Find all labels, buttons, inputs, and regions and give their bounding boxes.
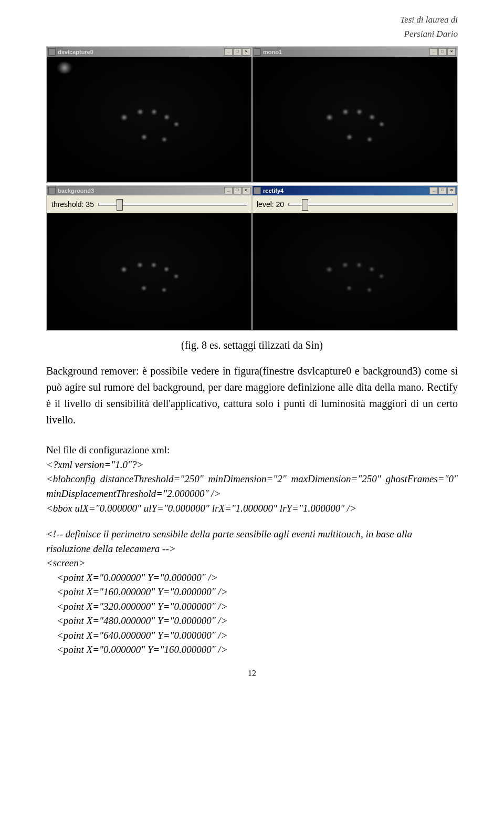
level-slider[interactable] xyxy=(288,203,453,206)
header-line2: Persiani Dario xyxy=(46,27,458,41)
window-icon xyxy=(48,187,56,194)
window-background3: background3 _ □ × threshold: 35 xyxy=(47,186,251,330)
xml-screen-open: <screen> xyxy=(46,556,458,570)
image-area xyxy=(253,213,457,330)
close-button[interactable]: × xyxy=(447,187,456,194)
title-text: rectify4 xyxy=(263,188,429,194)
window-icon xyxy=(48,48,56,56)
window-icon xyxy=(254,48,261,56)
close-button[interactable]: × xyxy=(242,187,250,194)
figure-caption: (fig. 8 es. settaggi tilizzati da Sin) xyxy=(46,339,458,351)
level-label: level: 20 xyxy=(257,200,284,209)
xml-config-block: Nel file di configurazione xml: <?xml ve… xyxy=(46,443,458,657)
image-area xyxy=(253,57,457,182)
xml-bbox: <bbox ulX="0.000000" ulY="0.000000" lrX=… xyxy=(46,501,458,516)
slider-thumb[interactable] xyxy=(302,199,308,211)
xml-point-4: <point X="640.000000" Y="0.000000" /> xyxy=(46,628,458,643)
slider-thumb[interactable] xyxy=(117,199,123,211)
image-area xyxy=(47,57,251,182)
maximize-button[interactable]: □ xyxy=(438,187,447,194)
titlebar-background3[interactable]: background3 _ □ × xyxy=(47,186,251,195)
page-number: 12 xyxy=(46,669,458,678)
title-text: dsvlcapture0 xyxy=(58,49,224,55)
title-text: background3 xyxy=(58,188,224,194)
titlebar-dsvlcapture0[interactable]: dsvlcapture0 _ □ × xyxy=(47,47,251,57)
xml-declaration: <?xml version="1.0"?> xyxy=(46,458,458,472)
maximize-button[interactable]: □ xyxy=(233,187,242,194)
xml-point-3: <point X="480.000000" Y="0.000000" /> xyxy=(46,614,458,628)
doc-header: Tesi di laurea di Persiani Dario xyxy=(46,13,458,41)
minimize-button[interactable]: _ xyxy=(429,187,438,194)
close-button[interactable]: × xyxy=(447,48,456,56)
window-rectify4: rectify4 _ □ × level: 20 xyxy=(253,186,457,330)
minimize-button[interactable]: _ xyxy=(224,187,233,194)
blobconfig-distance: distanceThreshold="250" xyxy=(100,472,204,486)
xml-blobconfig-line2: minDisplacementThreshold="2.000000" /> xyxy=(46,486,458,501)
windows-bottom-row: background3 _ □ × threshold: 35 xyxy=(46,185,458,331)
blobconfig-ghost: ghostFrames="0" xyxy=(386,472,458,486)
level-slider-row: level: 20 xyxy=(253,195,457,213)
maximize-button[interactable]: □ xyxy=(438,48,447,56)
xml-point-5: <point X="0.000000" Y="160.000000" /> xyxy=(46,642,458,657)
xml-comment: <!-- definisce il perimetro sensibile de… xyxy=(46,527,458,556)
blobconfig-tag: <blobconfig xyxy=(46,472,96,486)
threshold-slider-row: threshold: 35 xyxy=(47,195,251,213)
body-paragraph: Background remover: è possibile vedere i… xyxy=(46,363,458,428)
xml-point-1: <point X="160.000000" Y="0.000000" /> xyxy=(46,585,458,599)
xml-intro: Nel file di configurazione xml: xyxy=(46,443,458,458)
window-dsvlcapture0: dsvlcapture0 _ □ × xyxy=(47,47,251,182)
minimize-button[interactable]: _ xyxy=(429,48,438,56)
xml-point-2: <point X="320.000000" Y="0.000000" /> xyxy=(46,599,458,614)
threshold-slider[interactable] xyxy=(98,203,247,206)
window-mono1: mono1 _ □ × xyxy=(253,47,457,182)
titlebar-rectify4[interactable]: rectify4 _ □ × xyxy=(253,186,457,195)
header-line1: Tesi di laurea di xyxy=(46,13,458,27)
window-icon xyxy=(254,187,261,194)
xml-blobconfig-line1: <blobconfig distanceThreshold="250" minD… xyxy=(46,472,458,486)
windows-top-row: dsvlcapture0 _ □ × xyxy=(46,46,458,183)
close-button[interactable]: × xyxy=(242,48,250,56)
title-text: mono1 xyxy=(263,49,429,55)
image-area xyxy=(47,213,251,330)
titlebar-mono1[interactable]: mono1 _ □ × xyxy=(253,47,457,57)
maximize-button[interactable]: □ xyxy=(233,48,242,56)
xml-point-0: <point X="0.000000" Y="0.000000" /> xyxy=(46,570,458,585)
threshold-label: threshold: 35 xyxy=(51,200,94,209)
blobconfig-mindim: minDimension="2" xyxy=(208,472,287,486)
blobconfig-maxdim: maxDimension="250" xyxy=(291,472,381,486)
minimize-button[interactable]: _ xyxy=(224,48,233,56)
